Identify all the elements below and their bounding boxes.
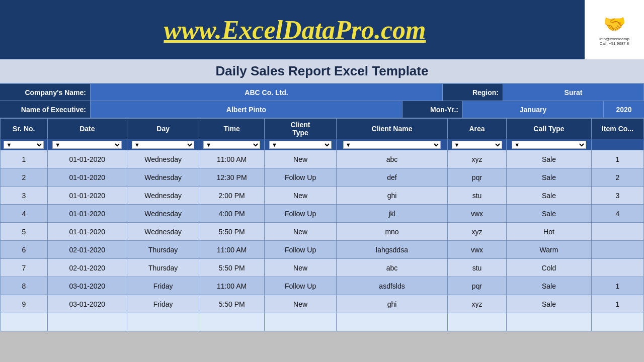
filter-select-day[interactable]: ▼ (132, 141, 194, 149)
col-header-calltype: Call Type (506, 119, 591, 139)
cell-date: 01-01-2020 (47, 187, 127, 205)
cell-date: 03-01-2020 (47, 295, 127, 313)
empty-cell (448, 313, 507, 331)
table-row: 803-01-2020Friday11:00 AMFollow Upasdfsl… (1, 277, 644, 295)
empty-cell (591, 313, 643, 331)
cell-itemcode: 1 (591, 295, 643, 313)
col-header-date: Date (47, 119, 127, 139)
logo-line1: info@exceldatap (599, 37, 629, 41)
cell-calltype: Sale (506, 295, 591, 313)
cell-time: 11:00 AM (199, 150, 265, 168)
cell-day: Wednesday (127, 187, 199, 205)
empty-cell (265, 313, 337, 331)
cell-day: Thursday (127, 259, 199, 277)
cell-clientname: abc (337, 150, 448, 168)
cell-area: vwx (448, 205, 507, 223)
cell-itemcode: 2 (591, 168, 643, 187)
filter-area[interactable]: ▼ (448, 139, 507, 150)
monyr-label: Mon-Yr.: (403, 101, 463, 118)
cell-calltype: Sale (506, 277, 591, 295)
cell-sr: 8 (1, 277, 48, 295)
cell-itemcode: 4 (591, 205, 643, 223)
company-value: ABC Co. Ltd. (91, 84, 443, 101)
cell-area: pqr (448, 277, 507, 295)
month-value: January (463, 101, 604, 118)
cell-clientname: jkl (337, 205, 448, 223)
cell-date: 02-01-2020 (47, 241, 127, 259)
cell-clientname: asdfslds (337, 277, 448, 295)
logo-icon: 🤝 (603, 14, 626, 35)
cell-calltype: Sale (506, 150, 591, 168)
empty-cell (1, 313, 48, 331)
cell-itemcode: 3 (591, 187, 643, 205)
col-header-clientname: Client Name (337, 119, 448, 139)
empty-cell (199, 313, 265, 331)
cell-calltype: Cold (506, 259, 591, 277)
cell-itemcode: 1 (591, 277, 643, 295)
filter-date[interactable]: ▼ (47, 139, 127, 150)
cell-itemcode (591, 241, 643, 259)
region-value: Surat (503, 84, 644, 101)
cell-day: Thursday (127, 241, 199, 259)
filter-select-srno[interactable]: ▼ (4, 141, 44, 149)
filter-select-clientname[interactable]: ▼ (343, 141, 441, 149)
cell-area: pqr (448, 168, 507, 187)
cell-clienttype: Follow Up (265, 168, 337, 187)
cell-time: 4:00 PM (199, 205, 265, 223)
table-filter-row[interactable]: ▼ ▼ ▼ ▼ ▼ ▼ ▼ ▼ (1, 139, 644, 150)
col-header-srno: Sr. No. (1, 119, 48, 139)
col-header-time: Time (199, 119, 265, 139)
col-header-clienttype: ClientType (265, 119, 337, 139)
filter-select-area[interactable]: ▼ (452, 141, 503, 149)
cell-area: xyz (448, 150, 507, 168)
cell-day: Friday (127, 277, 199, 295)
cell-clienttype: Follow Up (265, 277, 337, 295)
cell-clienttype: New (265, 187, 337, 205)
table-body: 101-01-2020Wednesday11:00 AMNewabcxyzSal… (1, 150, 644, 331)
table-row: 401-01-2020Wednesday4:00 PMFollow Upjklv… (1, 205, 644, 223)
filter-day[interactable]: ▼ (127, 139, 199, 150)
cell-clienttype: New (265, 223, 337, 241)
table-row: 903-01-2020Friday5:50 PMNewghixyzSale1 (1, 295, 644, 313)
filter-select-calltype[interactable]: ▼ (512, 141, 586, 149)
cell-itemcode (591, 259, 643, 277)
filter-itemcode[interactable] (591, 139, 643, 150)
filter-select-date[interactable]: ▼ (52, 141, 122, 149)
table-row: 301-01-2020Wednesday2:00 PMNewghistuSale… (1, 187, 644, 205)
filter-select-clienttype[interactable]: ▼ (269, 141, 332, 149)
cell-sr: 4 (1, 205, 48, 223)
empty-cell (337, 313, 448, 331)
filter-srno[interactable]: ▼ (1, 139, 48, 150)
table-header-row: Sr. No. Date Day Time ClientType Client … (1, 119, 644, 139)
cell-sr: 7 (1, 259, 48, 277)
executive-row: Name of Executive: Albert Pinto Mon-Yr.:… (0, 101, 644, 118)
cell-area: stu (448, 259, 507, 277)
filter-calltype[interactable]: ▼ (506, 139, 591, 150)
cell-sr: 5 (1, 223, 48, 241)
cell-clienttype: Follow Up (265, 241, 337, 259)
cell-sr: 6 (1, 241, 48, 259)
executive-value: Albert Pinto (91, 101, 403, 118)
filter-clientname[interactable]: ▼ (337, 139, 448, 150)
cell-sr: 3 (1, 187, 48, 205)
cell-clienttype: New (265, 295, 337, 313)
cell-sr: 9 (1, 295, 48, 313)
cell-day: Wednesday (127, 205, 199, 223)
year-value: 2020 (604, 101, 644, 118)
cell-clienttype: Follow Up (265, 205, 337, 223)
cell-area: xyz (448, 223, 507, 241)
cell-clientname: abc (337, 259, 448, 277)
table-row: 602-01-2020Thursday11:00 AMFollow Uplahg… (1, 241, 644, 259)
cell-calltype: Warm (506, 241, 591, 259)
filter-select-time[interactable]: ▼ (203, 141, 260, 149)
cell-date: 01-01-2020 (47, 223, 127, 241)
cell-time: 11:00 AM (199, 277, 265, 295)
filter-time[interactable]: ▼ (199, 139, 265, 150)
logo-line2: Call: +91 9687 8 (600, 41, 629, 46)
header-bar: www.ExcelDataPro.com 🤝 info@exceldatap C… (0, 0, 644, 59)
website-title: www.ExcelDataPro.com (0, 15, 585, 45)
filter-clienttype[interactable]: ▼ (265, 139, 337, 150)
cell-time: 5:50 PM (199, 223, 265, 241)
cell-clientname: lahgsddsa (337, 241, 448, 259)
cell-calltype: Sale (506, 205, 591, 223)
